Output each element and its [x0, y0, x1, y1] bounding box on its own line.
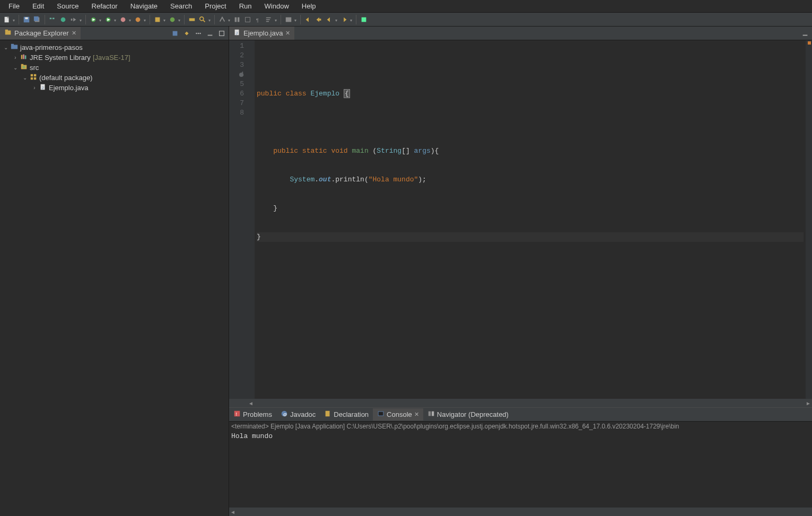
editor-scrollbar[interactable]: ◄ ► — [229, 399, 812, 407]
toggle-block-button[interactable] — [232, 15, 242, 24]
chevron-right-icon[interactable]: › — [13, 55, 18, 60]
dropdown-icon[interactable]: ▾ — [335, 18, 338, 21]
menu-refactor[interactable]: Refactor — [85, 1, 124, 12]
scroll-left-icon[interactable]: ◄ — [229, 509, 237, 515]
menu-source[interactable]: Source — [50, 1, 85, 12]
svg-rect-49 — [31, 74, 33, 76]
code-editor[interactable]: 1 2 3 4 5 6 7 8 public class Ejemplo { p… — [229, 40, 812, 399]
svg-rect-50 — [34, 74, 36, 76]
dropdown-icon[interactable]: ▾ — [228, 18, 231, 21]
code-content[interactable]: public class Ejemplo { public static voi… — [255, 40, 806, 399]
dropdown-icon[interactable]: ▾ — [208, 18, 212, 21]
chevron-down-icon[interactable]: ⌄ — [22, 75, 28, 81]
tab-navigator[interactable]: Navigator (Deprecated) — [423, 408, 513, 421]
minimize-button[interactable] — [205, 29, 215, 38]
scroll-track[interactable] — [237, 509, 812, 514]
view-menu-button[interactable] — [194, 29, 203, 38]
external-tools-button[interactable] — [133, 15, 143, 24]
dropdown-icon[interactable]: ▾ — [144, 18, 147, 21]
scroll-track[interactable] — [255, 400, 805, 406]
menu-help[interactable]: Help — [295, 1, 322, 12]
chevron-right-icon[interactable]: › — [32, 85, 37, 91]
dropdown-icon[interactable]: ▾ — [129, 18, 132, 21]
new-button[interactable] — [2, 15, 12, 24]
tree-file[interactable]: › J Ejemplo.java — [0, 83, 229, 93]
coverage-button[interactable] — [118, 15, 128, 24]
dropdown-icon[interactable]: ▾ — [13, 18, 16, 21]
javadoc-icon: @ — [281, 410, 288, 419]
search-button[interactable] — [198, 15, 207, 24]
editor-tabs: J Ejemplo.java ✕ — [229, 27, 812, 40]
tree-project[interactable]: ⌄ java-primeros-pasos — [0, 42, 229, 53]
tab-javadoc[interactable]: @ Javadoc — [276, 408, 320, 421]
svg-point-18 — [170, 17, 175, 22]
tab-console[interactable]: Console ✕ — [373, 408, 423, 421]
collapse-all-button[interactable] — [170, 29, 180, 38]
menu-file[interactable]: File — [2, 1, 26, 12]
overview-ruler[interactable] — [806, 40, 812, 399]
dropdown-icon[interactable]: ▾ — [275, 18, 278, 21]
run-marker-icon[interactable] — [239, 73, 243, 77]
save-all-button[interactable] — [32, 15, 42, 24]
menu-navigate[interactable]: Navigate — [124, 1, 164, 12]
svg-rect-23 — [238, 17, 240, 22]
console-output[interactable]: Hola mundo — [229, 431, 812, 508]
tree-jre[interactable]: › JRE System Library [JavaSE-17] — [0, 53, 229, 63]
link-editor-button[interactable] — [182, 29, 191, 38]
svg-point-20 — [200, 16, 204, 20]
tab-problems[interactable]: ! Problems — [229, 408, 276, 421]
next-annotation-button[interactable] — [284, 15, 293, 24]
pin-editor-button[interactable] — [359, 15, 369, 24]
new-package-button[interactable] — [153, 15, 162, 24]
run-button[interactable] — [103, 15, 113, 24]
problems-icon: ! — [233, 410, 241, 419]
menu-window[interactable]: Window — [258, 1, 295, 12]
toggle-wordwrap-button[interactable] — [264, 15, 274, 24]
console-scrollbar[interactable]: ◄ — [229, 508, 812, 516]
tab-label: Console — [387, 410, 412, 418]
svg-rect-45 — [25, 55, 27, 59]
package-explorer-tab[interactable]: Package Explorer ✕ — [0, 27, 81, 39]
forward-button[interactable] — [339, 15, 349, 24]
menu-edit[interactable]: Edit — [26, 1, 50, 12]
close-icon[interactable]: ✕ — [72, 30, 76, 37]
package-icon — [4, 29, 12, 38]
editor-tab-ejemplo[interactable]: J Ejemplo.java ✕ — [229, 27, 294, 40]
toggle-mark-button[interactable] — [217, 15, 227, 24]
tree-src[interactable]: ⌄ src — [0, 63, 229, 73]
menu-project[interactable]: Project — [198, 1, 232, 12]
open-type-button[interactable] — [187, 15, 197, 24]
menu-run[interactable]: Run — [233, 1, 258, 12]
dropdown-icon[interactable]: ▾ — [114, 18, 117, 21]
minimize-button[interactable] — [800, 29, 810, 38]
show-whitespace-button[interactable]: ¶ — [254, 15, 263, 24]
dropdown-icon[interactable]: ▾ — [350, 18, 353, 21]
chevron-down-icon[interactable]: ⌄ — [3, 45, 8, 50]
dropdown-icon[interactable]: ▾ — [178, 18, 181, 21]
last-edit-button[interactable] — [303, 15, 313, 24]
menu-search[interactable]: Search — [164, 1, 198, 12]
tree-package[interactable]: ⌄ (default package) — [0, 73, 229, 83]
toggle-whitespace-button[interactable] — [243, 15, 252, 24]
dropdown-icon[interactable]: ▾ — [99, 18, 102, 21]
dropdown-icon[interactable]: ▾ — [80, 18, 83, 21]
tab-declaration[interactable]: Declaration — [320, 408, 373, 421]
scroll-right-icon[interactable]: ► — [805, 400, 812, 406]
dropdown-icon[interactable]: ▾ — [294, 18, 298, 21]
skip-breakpoints-button[interactable] — [58, 15, 68, 24]
back-button[interactable] — [314, 15, 324, 24]
svg-rect-43 — [21, 55, 23, 59]
new-class-button[interactable] — [168, 15, 177, 24]
close-icon[interactable]: ✕ — [414, 411, 419, 418]
dropdown-icon[interactable]: ▾ — [163, 18, 167, 21]
back-history-button[interactable] — [325, 15, 334, 24]
scroll-left-icon[interactable]: ◄ — [247, 400, 255, 406]
resume-button[interactable] — [69, 15, 78, 24]
chevron-down-icon[interactable]: ⌄ — [13, 65, 18, 71]
close-icon[interactable]: ✕ — [285, 30, 290, 37]
toggle-breadcrumb-button[interactable] — [48, 15, 57, 24]
save-button[interactable] — [22, 15, 31, 24]
debug-button[interactable] — [89, 15, 98, 24]
svg-rect-3 — [25, 17, 28, 19]
maximize-button[interactable] — [217, 29, 226, 38]
